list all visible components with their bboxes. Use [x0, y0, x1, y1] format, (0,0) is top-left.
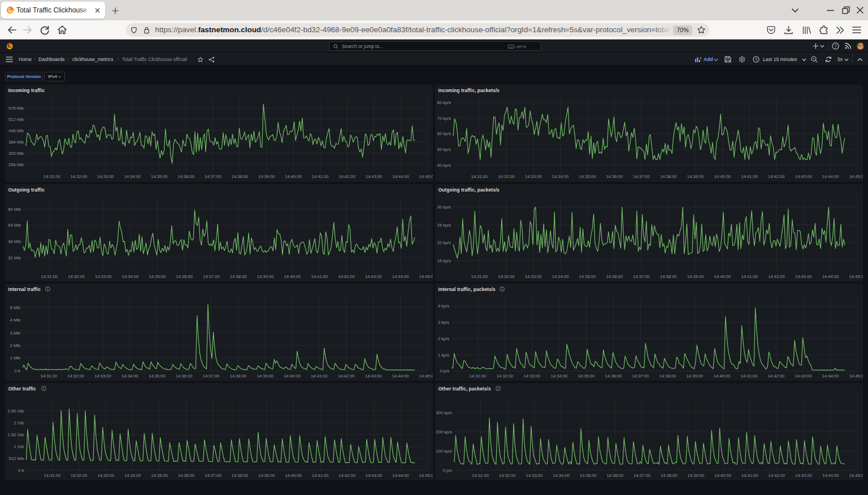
svg-text:14:43:00: 14:43:00: [366, 473, 383, 478]
svg-text:14:36:00: 14:36:00: [606, 174, 623, 179]
svg-text:14:42:00: 14:42:00: [338, 374, 355, 379]
svg-text:200 kp/s: 200 kp/s: [436, 429, 452, 435]
svg-text:14:40:00: 14:40:00: [284, 274, 301, 279]
svg-text:14:36:00: 14:36:00: [177, 174, 194, 179]
svg-text:1 kp/s: 1 kp/s: [438, 353, 449, 358]
svg-text:14:32:00: 14:32:00: [499, 473, 516, 478]
svg-text:14:37:00: 14:37:00: [203, 374, 220, 379]
svg-text:14:37:00: 14:37:00: [205, 174, 222, 179]
svg-text:14:35:00: 14:35:00: [579, 174, 596, 179]
svg-text:14:45:00: 14:45:00: [419, 274, 433, 279]
svg-text:14:41:00: 14:41:00: [741, 374, 758, 379]
svg-text:14:41:00: 14:41:00: [741, 174, 758, 179]
svg-text:320 Mib: 320 Mib: [8, 151, 24, 156]
svg-text:48 Mib: 48 Mib: [8, 239, 21, 244]
svg-text:80 Mib: 80 Mib: [8, 207, 21, 212]
svg-text:14:38:00: 14:38:00: [230, 374, 247, 379]
svg-text:32 Mib: 32 Mib: [8, 255, 21, 260]
svg-text:14:40:00: 14:40:00: [714, 374, 731, 379]
svg-text:14:35:00: 14:35:00: [579, 274, 596, 279]
svg-text:14:44:00: 14:44:00: [392, 274, 409, 279]
svg-text:14:35:00: 14:35:00: [580, 473, 597, 478]
svg-text:512 Mib: 512 Mib: [8, 117, 24, 122]
svg-text:14:41:00: 14:41:00: [311, 274, 328, 279]
svg-text:14:32:00: 14:32:00: [498, 174, 515, 179]
svg-text:40 kp/s: 40 kp/s: [437, 163, 452, 168]
svg-text:14:37:00: 14:37:00: [205, 473, 222, 478]
svg-text:14:36:00: 14:36:00: [607, 473, 624, 478]
svg-text:14:37:00: 14:37:00: [633, 473, 650, 478]
svg-text:14:45:00: 14:45:00: [849, 174, 863, 179]
svg-text:300 kp/s: 300 kp/s: [436, 410, 452, 415]
svg-text:14:44:00: 14:44:00: [392, 174, 409, 179]
svg-text:14:36:00: 14:36:00: [606, 274, 623, 279]
svg-text:14:45:00: 14:45:00: [419, 174, 433, 179]
svg-text:80 kp/s: 80 kp/s: [437, 100, 452, 105]
svg-text:14:39:00: 14:39:00: [257, 374, 274, 379]
svg-text:25 kp/s: 25 kp/s: [437, 223, 452, 228]
svg-text:14:45:00: 14:45:00: [849, 473, 863, 478]
svg-text:14:41:00: 14:41:00: [312, 174, 329, 179]
svg-text:14:33:00: 14:33:00: [97, 473, 114, 478]
svg-text:14:42:00: 14:42:00: [338, 174, 355, 179]
svg-text:3 kp/s: 3 kp/s: [438, 320, 449, 325]
svg-text:14:41:00: 14:41:00: [741, 274, 758, 279]
svg-text:14:34:00: 14:34:00: [553, 473, 570, 478]
svg-text:14:44:00: 14:44:00: [822, 174, 839, 179]
svg-text:14:33:00: 14:33:00: [95, 274, 112, 279]
svg-text:14:42:00: 14:42:00: [768, 174, 785, 179]
svg-text:14:45:00: 14:45:00: [419, 473, 433, 478]
svg-text:14:31:00: 14:31:00: [470, 374, 487, 379]
svg-text:14:36:00: 14:36:00: [178, 473, 195, 478]
svg-text:14:37:00: 14:37:00: [633, 174, 650, 179]
svg-text:512 Mib: 512 Mib: [8, 456, 24, 461]
svg-text:14:34:00: 14:34:00: [124, 174, 141, 179]
svg-text:14:31:00: 14:31:00: [44, 473, 61, 478]
svg-text:14:44:00: 14:44:00: [392, 473, 409, 478]
svg-text:4 Mib: 4 Mib: [10, 318, 20, 323]
svg-text:14:31:00: 14:31:00: [471, 274, 488, 279]
svg-text:14:38:00: 14:38:00: [230, 274, 247, 279]
svg-text:14:31:00: 14:31:00: [41, 274, 58, 279]
svg-text:14:31:00: 14:31:00: [44, 174, 60, 179]
svg-text:14:43:00: 14:43:00: [365, 274, 382, 279]
svg-text:14:38:00: 14:38:00: [231, 174, 248, 179]
svg-text:14:35:00: 14:35:00: [149, 274, 166, 279]
svg-text:14:39:00: 14:39:00: [687, 174, 704, 179]
svg-text:100 kp/s: 100 kp/s: [436, 449, 452, 454]
svg-text:14:35:00: 14:35:00: [151, 473, 168, 478]
svg-text:14:34:00: 14:34:00: [124, 473, 141, 478]
svg-text:14:33:00: 14:33:00: [525, 174, 542, 179]
svg-text:14:44:00: 14:44:00: [822, 274, 839, 279]
svg-text:1 Mib: 1 Mib: [10, 355, 20, 361]
svg-text:14:33:00: 14:33:00: [526, 473, 543, 478]
svg-text:14:43:00: 14:43:00: [365, 374, 382, 379]
svg-text:14:38:00: 14:38:00: [659, 374, 676, 379]
svg-text:14:38:00: 14:38:00: [232, 473, 249, 478]
svg-text:14:32:00: 14:32:00: [497, 374, 514, 379]
svg-text:20 kp/s: 20 kp/s: [437, 240, 452, 245]
svg-text:14:32:00: 14:32:00: [71, 174, 88, 179]
svg-text:14:33:00: 14:33:00: [94, 374, 111, 379]
svg-text:14:41:00: 14:41:00: [312, 473, 329, 478]
svg-text:384 Mib: 384 Mib: [8, 140, 24, 145]
svg-text:14:36:00: 14:36:00: [605, 374, 622, 379]
svg-text:14:32:00: 14:32:00: [67, 374, 84, 379]
svg-text:14:38:00: 14:38:00: [660, 174, 677, 179]
svg-text:14:45:00: 14:45:00: [849, 274, 863, 279]
svg-text:14:34:00: 14:34:00: [552, 274, 569, 279]
svg-text:14:34:00: 14:34:00: [552, 174, 569, 179]
svg-text:14:43:00: 14:43:00: [795, 274, 812, 279]
svg-text:14:43:00: 14:43:00: [795, 374, 812, 379]
svg-text:14:33:00: 14:33:00: [525, 274, 542, 279]
svg-text:14:44:00: 14:44:00: [822, 374, 839, 379]
svg-text:14:42:00: 14:42:00: [338, 274, 355, 279]
svg-text:2 Gib: 2 Gib: [14, 420, 24, 425]
svg-text:14:42:00: 14:42:00: [338, 473, 355, 478]
svg-text:14:36:00: 14:36:00: [176, 274, 193, 279]
svg-text:576 Mib: 576 Mib: [8, 106, 24, 111]
svg-text:14:32:00: 14:32:00: [498, 274, 515, 279]
svg-text:14:45:00: 14:45:00: [849, 374, 863, 379]
svg-text:14:36:00: 14:36:00: [176, 374, 193, 379]
svg-text:50 kp/s: 50 kp/s: [437, 147, 452, 152]
